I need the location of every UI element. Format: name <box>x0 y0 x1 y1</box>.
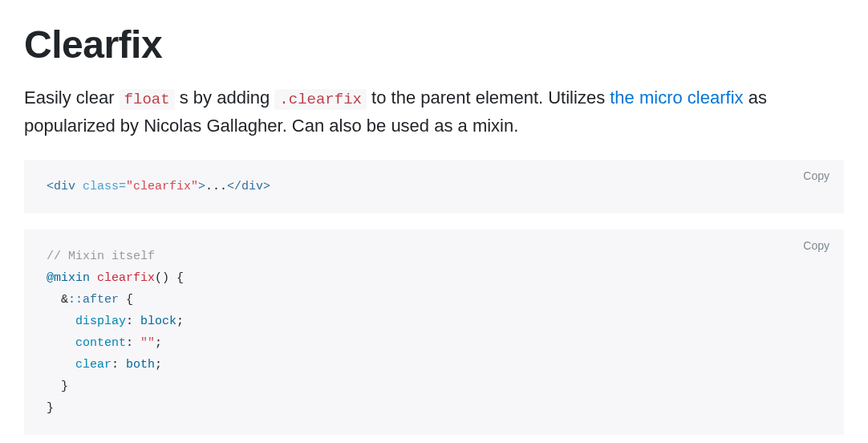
property: content <box>47 336 126 350</box>
copy-button[interactable]: Copy <box>803 169 829 182</box>
code-block-scss: Copy // Mixin itself @mixin clearfix() {… <box>24 230 844 435</box>
value: "" <box>140 336 155 350</box>
code-content: // Mixin itself @mixin clearfix() { &::a… <box>47 246 821 419</box>
tag: <div <box>47 180 75 193</box>
code-float: float <box>120 89 175 110</box>
copy-button[interactable]: Copy <box>803 239 829 252</box>
lead-text: Easily clear <box>24 87 120 108</box>
pseudo: ::after <box>68 293 119 307</box>
content: ... <box>205 180 227 193</box>
attr-value: "clearfix" <box>126 180 198 193</box>
comment: // Mixin itself <box>47 250 155 263</box>
punct: ; <box>155 358 162 372</box>
code-content: <div class="clearfix">...</div> <box>47 176 821 197</box>
tag: > <box>198 180 205 193</box>
punct: () { <box>155 271 184 285</box>
punct: } <box>47 401 54 415</box>
property: clear <box>47 358 112 372</box>
value: block <box>140 315 176 328</box>
attr-name: class= <box>83 180 126 193</box>
punct: } <box>47 380 68 393</box>
page-title: Clearfix <box>24 16 844 74</box>
punct: : <box>126 315 140 328</box>
value: both <box>126 358 155 372</box>
punct: ; <box>176 315 184 328</box>
punct: ; <box>155 336 162 350</box>
function-name: clearfix <box>97 271 155 285</box>
punct: { <box>119 293 133 307</box>
code-block-html: Copy <div class="clearfix">...</div> <box>24 160 844 213</box>
lead-text: s by adding <box>175 87 275 108</box>
micro-clearfix-link[interactable]: the micro clearfix <box>610 87 743 108</box>
code-clearfix: .clearfix <box>274 89 367 110</box>
lead-text: to the parent element. Utilizes <box>367 87 610 108</box>
selector: & <box>47 293 68 307</box>
tag: </div> <box>227 180 270 193</box>
punct: : <box>112 358 126 372</box>
property: display <box>47 315 126 328</box>
lead-paragraph: Easily clear float s by adding .clearfix… <box>24 83 844 140</box>
keyword: @mixin <box>47 271 90 285</box>
punct: : <box>126 336 140 350</box>
